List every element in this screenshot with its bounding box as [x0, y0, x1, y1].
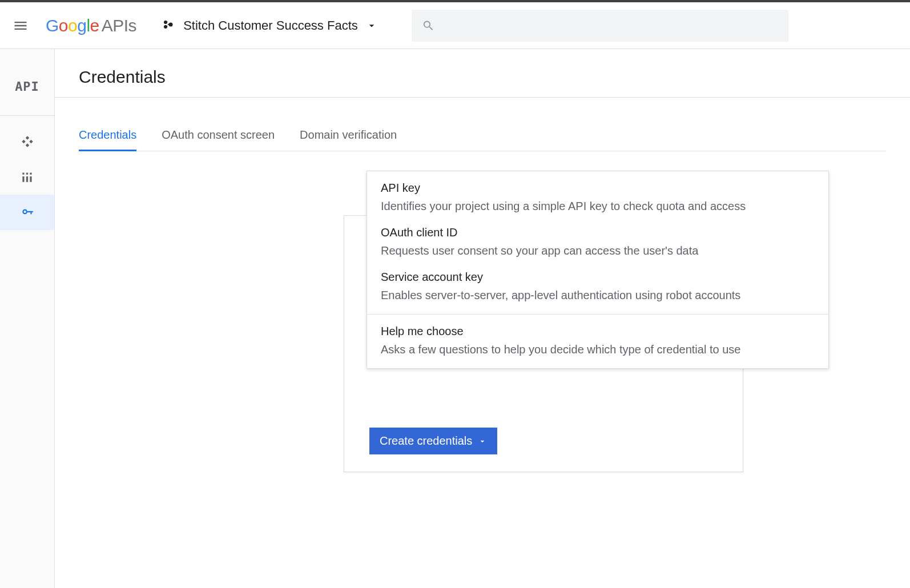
search-icon: [422, 19, 435, 33]
menu-group-1: API key Identifies your project using a …: [367, 171, 828, 314]
google-apis-logo: GoogleAPIs: [46, 16, 136, 35]
main: Credentials Credentials OAuth consent sc…: [55, 49, 910, 588]
diamond-icon: [20, 134, 35, 149]
sidebar-separator: [0, 115, 54, 116]
menu-item-desc: Identifies your project using a simple A…: [381, 198, 815, 215]
svg-point-0: [164, 21, 167, 24]
caret-down-icon: [366, 20, 377, 31]
menu-button[interactable]: [7, 12, 34, 39]
top-bar: GoogleAPIs Stitch Customer Success Facts: [0, 0, 910, 49]
content-wrap: Credentials OAuth consent screen Domain …: [55, 98, 910, 539]
tabs: Credentials OAuth consent screen Domain …: [79, 124, 886, 151]
caret-down-icon: [478, 437, 487, 446]
project-picker[interactable]: Stitch Customer Success Facts: [162, 18, 377, 33]
menu-item-oauth-client-id[interactable]: OAuth client ID Requests user consent so…: [381, 226, 815, 259]
page-title: Credentials: [79, 67, 886, 87]
svg-point-2: [164, 25, 167, 29]
search-box[interactable]: [412, 10, 788, 42]
create-credentials-button[interactable]: Create credentials: [369, 428, 497, 454]
logo-suffix: APIs: [102, 16, 136, 35]
layout: API Credentials Credentials OAuth consen…: [0, 49, 910, 588]
svg-point-1: [169, 22, 173, 26]
create-credentials-label: Create credentials: [380, 434, 472, 448]
sidebar-item-library[interactable]: [0, 159, 54, 195]
menu-item-title: OAuth client ID: [381, 226, 815, 239]
sidebar-item-enable-apis[interactable]: [0, 124, 54, 159]
key-icon: [20, 205, 35, 220]
menu-item-help-me-choose[interactable]: Help me choose Asks a few questions to h…: [381, 325, 815, 358]
page-header: Credentials: [55, 49, 910, 98]
tab-oauth-consent[interactable]: OAuth consent screen: [162, 124, 275, 151]
menu-group-2: Help me choose Asks a few questions to h…: [367, 314, 828, 368]
menu-item-title: API key: [381, 182, 815, 195]
menu-item-desc: Asks a few questions to help you decide …: [381, 341, 815, 358]
menu-item-api-key[interactable]: API key Identifies your project using a …: [381, 182, 815, 215]
sidebar-item-dashboard[interactable]: API: [0, 69, 54, 104]
tab-domain-verification[interactable]: Domain verification: [300, 124, 397, 151]
tab-credentials[interactable]: Credentials: [79, 124, 136, 151]
search-input[interactable]: [442, 19, 778, 31]
menu-item-desc: Requests user consent so your app can ac…: [381, 243, 815, 259]
api-icon-label: API: [15, 79, 39, 94]
content-area: Create credentials API key Identifies yo…: [79, 151, 886, 517]
library-icon: [20, 170, 35, 184]
menu-item-title: Help me choose: [381, 325, 815, 338]
menu-item-service-account-key[interactable]: Service account key Enables server-to-se…: [381, 271, 815, 304]
sidebar: API: [0, 49, 55, 588]
create-credentials-menu: API key Identifies your project using a …: [367, 171, 829, 369]
menu-item-desc: Enables server-to-server, app-level auth…: [381, 287, 815, 304]
hexagon-icon: [162, 19, 175, 33]
hamburger-icon: [13, 18, 29, 34]
project-name: Stitch Customer Success Facts: [183, 18, 358, 33]
sidebar-item-credentials[interactable]: [0, 195, 54, 230]
menu-item-title: Service account key: [381, 271, 815, 284]
